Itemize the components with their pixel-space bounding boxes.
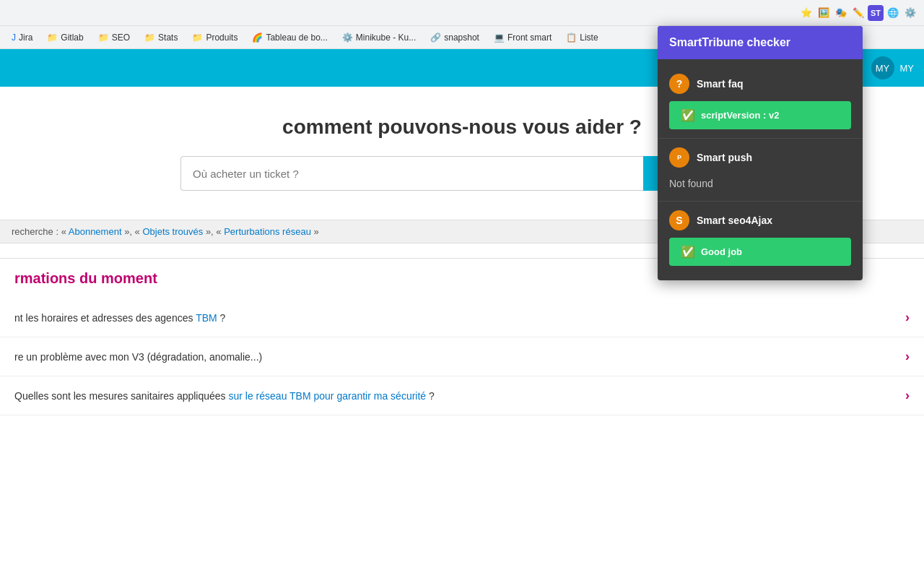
jira-icon: J (12, 33, 16, 43)
bookmark-label: Tableau de bo... (266, 33, 327, 43)
bookmark-tableau[interactable]: 🌈 Tableau de bo... (246, 30, 333, 45)
bookmark-label: Liste (580, 33, 598, 43)
globe-icon[interactable]: 🌐 (885, 5, 901, 21)
faq-item[interactable]: Quelles sont les mesures sanitaires appl… (0, 376, 924, 415)
bookmark-snapshot[interactable]: 🔗 snapshot (424, 30, 485, 45)
checkmark-icon: ✅ (681, 245, 695, 259)
checkmark-icon: ✅ (681, 108, 695, 122)
checker-section-seo: S Smart seo4Ajax ✅ Good job (658, 202, 863, 275)
bookmark-label: Gitlab (61, 33, 83, 43)
checker-section-faq-header: ? Smart faq (669, 74, 851, 94)
list-icon: 📋 (566, 33, 577, 43)
bookmark-produits[interactable]: 📁 Produits (186, 30, 243, 45)
bookmark-front-smart[interactable]: 💻 Front smart (488, 30, 557, 45)
bookmark-label: Produits (206, 33, 237, 43)
avatar-label: MY (876, 63, 890, 74)
smart-faq-icon: ? (669, 74, 689, 94)
checker-section-seo-header: S Smart seo4Ajax (669, 210, 851, 230)
search-tags-prefix: recherche : « (12, 226, 69, 237)
link-icon: 🔗 (430, 33, 441, 43)
folder-icon: 📁 (98, 33, 109, 43)
bookmark-label: Jira (19, 33, 32, 43)
user-area: MY MY (861, 49, 925, 87)
faq-link-reseau[interactable]: sur le réseau TBM pour garantir ma sécur… (229, 390, 427, 402)
search-tag-abonnement[interactable]: Abonnement (69, 226, 122, 237)
folder-icon: 📁 (192, 33, 203, 43)
smart-seo-label: Smart seo4Ajax (697, 215, 772, 226)
faq-item-text: nt les horaires et adresses des agences … (14, 312, 225, 324)
bookmark-label: Minikube - Ku... (356, 33, 416, 43)
chevron-right-icon: › (905, 310, 910, 325)
chevron-right-icon: › (905, 388, 910, 403)
bookmark-star-icon[interactable]: ⭐ (798, 5, 814, 21)
mask-icon[interactable]: 🎭 (833, 5, 849, 21)
bookmark-stats[interactable]: 📁 Stats (139, 30, 183, 45)
bookmark-liste[interactable]: 📋 Liste (560, 30, 603, 45)
rainbow-icon: 🌈 (252, 33, 263, 43)
bookmark-label: snapshot (444, 33, 479, 43)
folder-icon: 📁 (47, 33, 58, 43)
checker-header: SmartTribune checker (658, 26, 863, 59)
faq-item-text: Quelles sont les mesures sanitaires appl… (14, 390, 435, 402)
bookmark-seo[interactable]: 📁 SEO (92, 30, 136, 45)
search-tag-objets[interactable]: Objets trouvés (142, 226, 203, 237)
checker-section-faq: ? Smart faq ✅ scriptVersion : v2 (658, 65, 863, 139)
bookmark-gitlab[interactable]: 📁 Gitlab (41, 30, 89, 45)
chevron-right-icon: › (905, 349, 910, 364)
smart-push-label: Smart push (697, 152, 752, 163)
search-tag-perturbations[interactable]: Perturbations réseau (224, 226, 311, 237)
faq-link-tbm[interactable]: TBM (196, 312, 217, 324)
avatar[interactable]: MY (871, 56, 894, 79)
checker-section-push: P Smart push Not found (658, 139, 863, 202)
faq-list: nt les horaires et adresses des agences … (0, 298, 924, 415)
extension-icons: ⭐ 🖼️ 🎭 ✏️ ST 🌐 ⚙️ (798, 5, 918, 21)
smart-seo-status-btn: ✅ Good job (669, 238, 851, 266)
faq-item[interactable]: nt les horaires et adresses des agences … (0, 298, 924, 337)
screenshot-icon[interactable]: 🖼️ (816, 5, 832, 21)
bookmark-label: Front smart (507, 33, 552, 43)
my-label: MY (900, 63, 915, 74)
bookmark-label: Stats (158, 33, 178, 43)
svg-text:P: P (677, 154, 681, 161)
smart-seo-status-label: Good job (701, 246, 742, 257)
browser-bar: ⭐ 🖼️ 🎭 ✏️ ST 🌐 ⚙️ (0, 0, 924, 26)
bookmark-jira[interactable]: J Jira (6, 30, 38, 45)
checker-body: ? Smart faq ✅ scriptVersion : v2 P Smart… (658, 59, 863, 280)
smart-seo-icon: S (669, 210, 689, 230)
folder-icon: 📁 (144, 33, 155, 43)
settings-icon[interactable]: ⚙️ (902, 5, 918, 21)
bookmark-minikube[interactable]: ⚙️ Minikube - Ku... (336, 30, 422, 45)
monitor-icon: 💻 (494, 33, 505, 43)
smart-faq-label: Smart faq (697, 78, 744, 90)
bookmark-label: SEO (112, 33, 130, 43)
smarttribune-icon[interactable]: ST (868, 5, 884, 21)
smart-push-icon: P (669, 147, 689, 168)
gear-icon: ⚙️ (342, 33, 353, 43)
faq-item-text: re un problème avec mon V3 (dégradation,… (14, 351, 262, 363)
edit-icon[interactable]: ✏️ (850, 5, 866, 21)
search-input[interactable] (180, 156, 643, 191)
smart-push-not-found: Not found (669, 175, 851, 192)
faq-item[interactable]: re un problème avec mon V3 (dégradation,… (0, 337, 924, 376)
checker-section-push-header: P Smart push (669, 147, 851, 168)
smart-faq-status-btn: ✅ scriptVersion : v2 (669, 101, 851, 129)
checker-title: SmartTribune checker (669, 36, 790, 48)
checker-panel: SmartTribune checker ? Smart faq ✅ scrip… (658, 26, 863, 280)
smart-faq-status-label: scriptVersion : v2 (701, 110, 779, 121)
